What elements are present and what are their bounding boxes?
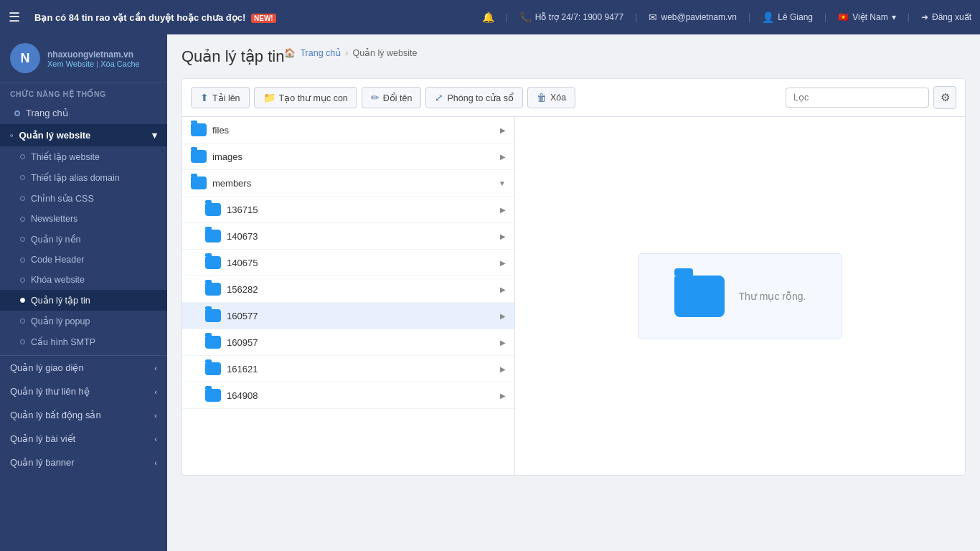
logo-avatar: N bbox=[10, 43, 40, 73]
main-content: Quản lý tập tin 🏠 Trang chủ › Quản lý we… bbox=[167, 34, 980, 551]
sidebar-section-title: CHỨC NĂNG HỆ THỐNG bbox=[0, 83, 167, 102]
site-name: nhaxuongvietnam.vn bbox=[47, 50, 133, 60]
sidebar-item-thiet-lap-website[interactable]: Thiết lập website bbox=[0, 146, 167, 167]
tree-item-136715[interactable]: 136715 ▶ bbox=[182, 197, 514, 223]
sidebar-item-label: Quản lý giao diện bbox=[10, 362, 84, 373]
file-manager: files ▶ images ▶ members ▼ 136715 ▶ 1406… bbox=[182, 117, 966, 476]
tree-item-164908[interactable]: 164908 ▶ bbox=[182, 382, 514, 409]
folder-icon bbox=[205, 389, 221, 402]
breadcrumb-home[interactable]: Trang chủ bbox=[300, 47, 341, 58]
sidebar-item-label: Quản lý thư liên hệ bbox=[10, 386, 90, 397]
sidebar-item-label: Quản lý bất động sản bbox=[10, 410, 101, 420]
chevron-down-icon: ▾ bbox=[152, 130, 157, 141]
sidebar-item-label: Quản lý popup bbox=[31, 316, 90, 326]
site-links: Xem Website | Xóa Cache bbox=[47, 60, 140, 68]
sidebar: N nhaxuongvietnam.vn Xem Website | Xóa C… bbox=[0, 34, 167, 551]
gear-icon: ⚙ bbox=[941, 91, 950, 104]
breadcrumb: 🏠 Trang chủ › Quản lý website bbox=[284, 47, 417, 58]
rename-icon: ✏ bbox=[371, 92, 380, 103]
sidebar-item-quan-ly-thu-lien-he[interactable]: Quản lý thư liên hệ ‹ bbox=[0, 380, 167, 403]
tree-item-140673[interactable]: 140673 ▶ bbox=[182, 223, 514, 250]
support-phone: 📞 Hỗ trợ 24/7: 1900 9477 bbox=[519, 11, 623, 23]
nav-dot bbox=[20, 339, 25, 344]
nav-dot bbox=[20, 258, 25, 263]
folder-icon bbox=[205, 230, 221, 242]
file-manager-toolbar: ⬆ Tải lên 📁 Tạo thư mục con ✏ Đổi tên ⤢ … bbox=[182, 78, 966, 117]
nav-dot bbox=[20, 298, 25, 303]
nav-dot bbox=[20, 175, 25, 180]
delete-icon: 🗑 bbox=[537, 92, 547, 103]
sidebar-item-label: Cấu hình SMTP bbox=[31, 336, 95, 347]
sidebar-item-quan-ly-website[interactable]: ◦ Quản lý website ▾ bbox=[0, 124, 167, 146]
notification-message: Bạn có 84 tin rao vặt cần duyệt hoặc chư… bbox=[34, 12, 471, 23]
nav-dot bbox=[20, 319, 25, 324]
nav-icon: ◦ bbox=[10, 130, 14, 141]
logout-button[interactable]: ➜ Đăng xuất bbox=[921, 12, 971, 22]
nav-dot bbox=[14, 110, 20, 116]
sidebar-item-label: Quản lý banner bbox=[10, 457, 75, 468]
empty-folder-message: Thư mục rỗng. bbox=[739, 291, 806, 302]
folder-icon bbox=[191, 123, 207, 136]
page-title: Quản lý tập tin bbox=[182, 47, 284, 66]
country-selector[interactable]: 🇻🇳 Việt Nam ▾ bbox=[838, 12, 895, 22]
sidebar-item-label: Quản lý tập tin bbox=[31, 295, 90, 306]
nav-dot bbox=[20, 237, 25, 242]
big-folder-icon bbox=[674, 276, 725, 317]
sidebar-item-quan-ly-bai-viet[interactable]: Quản lý bài viết ‹ bbox=[0, 427, 167, 451]
folder-icon bbox=[205, 203, 221, 216]
folder-icon bbox=[205, 283, 221, 296]
chevron-left-icon: ‹ bbox=[154, 411, 157, 420]
tree-item-140675[interactable]: 140675 ▶ bbox=[182, 250, 514, 276]
sidebar-item-quan-ly-popup[interactable]: Quản lý popup bbox=[0, 311, 167, 331]
page-header: Quản lý tập tin 🏠 Trang chủ › Quản lý we… bbox=[182, 47, 966, 68]
view-website-link[interactable]: Xem Website bbox=[47, 60, 94, 68]
sidebar-item-label: Quản lý nền bbox=[31, 234, 81, 245]
sidebar-item-quan-ly-tap-tin[interactable]: Quản lý tập tin bbox=[0, 290, 167, 311]
folder-icon bbox=[191, 176, 207, 189]
settings-button[interactable]: ⚙ bbox=[933, 86, 956, 109]
filter-input[interactable] bbox=[786, 88, 929, 108]
sidebar-item-cau-hinh-smtp[interactable]: Cấu hình SMTP bbox=[0, 331, 167, 352]
sidebar-item-label: Newsletters bbox=[31, 214, 77, 224]
sidebar-item-quan-ly-nen[interactable]: Quản lý nền bbox=[0, 229, 167, 250]
tree-item-156282[interactable]: 156282 ▶ bbox=[182, 276, 514, 303]
sidebar-item-quan-ly-bat-dong-san[interactable]: Quản lý bất động sản ‹ bbox=[0, 403, 167, 427]
folder-icon bbox=[205, 309, 221, 322]
upload-button[interactable]: ⬆ Tải lên bbox=[191, 87, 250, 108]
nav-dot bbox=[20, 154, 25, 159]
rename-button[interactable]: ✏ Đổi tên bbox=[362, 87, 422, 108]
sidebar-item-newsletters[interactable]: Newsletters bbox=[0, 209, 167, 229]
sidebar-item-trang-chu[interactable]: Trang chủ bbox=[0, 102, 167, 124]
tree-item-members[interactable]: members ▼ bbox=[182, 170, 514, 197]
sidebar-item-khoa-website[interactable]: Khóa website bbox=[0, 270, 167, 290]
clear-cache-link[interactable]: Xóa Cache bbox=[100, 60, 139, 68]
chevron-left-icon: ‹ bbox=[154, 364, 157, 372]
sidebar-item-label: Quản lý website bbox=[19, 130, 91, 141]
sidebar-item-quan-ly-giao-dien[interactable]: Quản lý giao diện ‹ bbox=[0, 356, 167, 380]
sidebar-item-label: Chỉnh sửa CSS bbox=[31, 193, 94, 204]
chevron-left-icon: ‹ bbox=[154, 435, 157, 443]
chevron-left-icon: ‹ bbox=[154, 387, 157, 396]
tree-item-160957[interactable]: 160957 ▶ bbox=[182, 329, 514, 356]
bell-icon[interactable]: 🔔 bbox=[482, 11, 494, 23]
chevron-left-icon: ‹ bbox=[154, 458, 157, 467]
file-tree-panel: files ▶ images ▶ members ▼ 136715 ▶ 1406… bbox=[182, 117, 515, 475]
sidebar-logo: N nhaxuongvietnam.vn Xem Website | Xóa C… bbox=[0, 34, 167, 83]
tree-item-files[interactable]: files ▶ bbox=[182, 117, 514, 143]
sidebar-item-thiet-lap-alias[interactable]: Thiết lập alias domain bbox=[0, 167, 167, 188]
sidebar-item-quan-ly-banner[interactable]: Quản lý banner ‹ bbox=[0, 451, 167, 474]
tree-item-images[interactable]: images ▶ bbox=[182, 143, 514, 170]
expand-button[interactable]: ⤢ Phóng to cửa sổ bbox=[425, 87, 522, 108]
nav-dot bbox=[20, 278, 25, 283]
nav-dot bbox=[20, 217, 25, 222]
delete-button[interactable]: 🗑 Xóa bbox=[527, 87, 575, 108]
new-folder-button[interactable]: 📁 Tạo thư mục con bbox=[254, 87, 357, 108]
sidebar-nav: Trang chủ ◦ Quản lý website ▾ Thiết lập … bbox=[0, 102, 167, 356]
tree-item-161621[interactable]: 161621 ▶ bbox=[182, 356, 514, 382]
tree-item-160577[interactable]: 160577 ▶ bbox=[182, 303, 514, 329]
folder-icon bbox=[191, 150, 207, 163]
sidebar-item-code-header[interactable]: Code Header bbox=[0, 250, 167, 270]
sidebar-item-chinh-sua-css[interactable]: Chỉnh sửa CSS bbox=[0, 188, 167, 209]
user-name[interactable]: 👤 Lê Giang bbox=[762, 11, 813, 23]
menu-icon[interactable]: ☰ bbox=[9, 9, 20, 25]
